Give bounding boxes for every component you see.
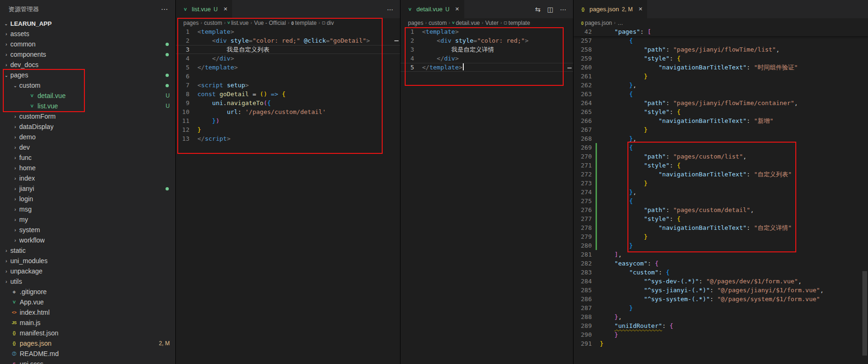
code-line[interactable]: 281 ], [574, 250, 868, 259]
tree-folder-system[interactable]: ›system [0, 225, 175, 235]
code-line[interactable]: 2 <div style="color: red;"> [400, 36, 573, 45]
tree-folder-index[interactable]: ›index [0, 173, 175, 183]
tree-file-index-html[interactable]: <>index.html [0, 307, 175, 318]
tree-folder-jianyi[interactable]: ›jianyi [0, 183, 175, 194]
split-actions-icon[interactable]: ◫ [547, 6, 553, 13]
code-line[interactable]: 286 "^sys-system-(.*)": "@/pages/system/… [574, 295, 868, 303]
code-line[interactable]: 2 <div style="color: red;" @click="goDet… [176, 36, 400, 45]
tree-folder-unpackage[interactable]: ›unpackage [0, 266, 175, 276]
tree-folder-my[interactable]: ›my [0, 214, 175, 225]
breadcrumb-item-vuter[interactable]: Vuter [485, 20, 498, 26]
code-line[interactable]: 278 "navigationBarTitleText": "自定义详情" [574, 223, 868, 232]
code-line[interactable]: 271 "style": { [574, 161, 868, 170]
code-editor-detail[interactable]: 1<template>2 <div style="color: red;">3 … [400, 27, 573, 364]
code-line[interactable]: 269 { [574, 143, 868, 152]
code-line[interactable]: 287 } [574, 303, 868, 312]
code-line[interactable]: 265 "style": { [574, 107, 868, 116]
breadcrumb-item-pages-json[interactable]: {}pages.json [581, 20, 612, 26]
code-line[interactable]: 284 "^sys-dev-(.*)": "@/pages/dev/$1/for… [574, 277, 868, 286]
code-line[interactable]: 1<template> [400, 27, 573, 36]
code-line[interactable]: 264 "path": "pages/jianyi/flowTime/conta… [574, 99, 868, 107]
code-line[interactable]: 257 { [574, 36, 868, 45]
code-line[interactable]: 42 "pages": [ [574, 27, 868, 36]
tree-folder-components[interactable]: ›components [0, 49, 175, 60]
code-line[interactable]: 263 { [574, 90, 868, 99]
close-icon[interactable]: ✕ [638, 6, 642, 12]
code-line[interactable]: 272 "navigationBarTitleText": "自定义列表" [574, 170, 868, 179]
code-line[interactable]: 290 } [574, 330, 868, 339]
code-line[interactable]: 280 } [574, 241, 868, 250]
code-line[interactable]: 10 url: '/pages/custom/detail' [176, 107, 400, 116]
code-line[interactable]: 275 { [574, 197, 868, 205]
close-icon[interactable]: ✕ [455, 6, 459, 12]
code-line[interactable]: 5</template> [176, 63, 400, 72]
code-line[interactable]: 258 "path": "pages/jianyi/flowTime/list"… [574, 45, 868, 54]
tree-file-pages-json[interactable]: {}pages.json2, M [0, 338, 175, 349]
code-line[interactable]: 276 "path": "pages/custom/detail", [574, 205, 868, 214]
breadcrumb-item-div[interactable]: ▢div [322, 20, 334, 26]
tree-file-gitignore[interactable]: ◆.gitignore [0, 287, 175, 297]
tree-folder-common[interactable]: ›common [0, 39, 175, 49]
code-line[interactable]: 9 uni.navigateTo({ [176, 99, 400, 107]
tab-detail-vue[interactable]: Vdetail.vueU✕ [400, 0, 465, 18]
breadcrumb-item-custom[interactable]: custom [429, 20, 447, 26]
tree-folder-login[interactable]: ›login [0, 194, 175, 204]
code-line[interactable]: 270 "path": "pages/custom/list", [574, 152, 868, 161]
breadcrumb-item-vue-official[interactable]: Vue - Official [254, 20, 286, 26]
code-line[interactable]: 12} [176, 125, 400, 134]
project-root-item[interactable]: ⌄ LEARUN_APP [0, 18, 175, 29]
code-line[interactable]: 279 } [574, 232, 868, 241]
code-line[interactable]: 283 "custom": { [574, 268, 868, 277]
tree-folder-msg[interactable]: ›msg [0, 204, 175, 214]
tree-file-uni-scss[interactable]: Suni.scss [0, 359, 175, 364]
code-line[interactable]: 13</script> [176, 134, 400, 143]
code-line[interactable]: 11 }) [176, 116, 400, 125]
breadcrumb-item-list-vue[interactable]: Vlist.vue [227, 20, 249, 26]
tree-folder-pages[interactable]: ⌄pages [0, 70, 175, 80]
code-line[interactable]: 266 "navigationBarTitleText": "新增" [574, 116, 868, 125]
tree-folder-assets[interactable]: ›assets [0, 29, 175, 39]
tree-file-app-vue[interactable]: VApp.vue [0, 297, 175, 307]
breadcrumb-item-[interactable]: … [618, 20, 623, 26]
tree-folder-datadisplay[interactable]: ›dataDisplay [0, 121, 175, 132]
code-line[interactable]: 7<script setup> [176, 81, 400, 90]
code-line[interactable]: 282 "easycom": { [574, 259, 868, 268]
tree-folder-dev[interactable]: ›dev [0, 142, 175, 152]
tree-folder-uni-modules[interactable]: ›uni_modules [0, 256, 175, 266]
code-line[interactable]: 5</template> [400, 63, 573, 72]
tree-folder-func[interactable]: ›func [0, 152, 175, 163]
scrollbar[interactable] [566, 27, 573, 364]
code-line[interactable]: 274 }, [574, 188, 868, 197]
tree-folder-workflow[interactable]: ›workflow [0, 235, 175, 245]
code-line[interactable]: 8const goDetail = () => { [176, 90, 400, 99]
tree-folder-demo[interactable]: ›demo [0, 132, 175, 142]
close-icon[interactable]: ✕ [223, 6, 227, 12]
tree-folder-utils[interactable]: ›utils [0, 276, 175, 287]
tree-folder-dev-docs[interactable]: ›dev_docs [0, 60, 175, 70]
more-actions-icon[interactable]: ⋯ [387, 6, 393, 13]
more-actions-icon[interactable]: ⋯ [161, 5, 168, 14]
code-line[interactable]: 262 }, [574, 81, 868, 90]
code-line[interactable]: 3 我是自定义列表 [176, 45, 400, 54]
breadcrumb-item-template[interactable]: {}template [291, 20, 317, 26]
code-line[interactable]: 259 "style": { [574, 54, 868, 63]
tree-folder-home[interactable]: ›home [0, 163, 175, 173]
code-editor-list[interactable]: 1<template>2 <div style="color: red;" @c… [176, 27, 400, 364]
code-line[interactable]: 273 } [574, 179, 868, 188]
tree-file-readme-md[interactable]: ⓘREADME.md [0, 349, 175, 359]
code-line[interactable]: 4 </div> [400, 54, 573, 63]
breadcrumb-item-pages[interactable]: pages [183, 20, 199, 26]
tree-file-main-js[interactable]: JSmain.js [0, 318, 175, 328]
code-line[interactable]: 277 "style": { [574, 214, 868, 223]
code-line[interactable]: 1<template> [176, 27, 400, 36]
code-line[interactable]: 3 我是自定义详情 [400, 45, 573, 54]
code-line[interactable]: 6 [176, 72, 400, 81]
code-line[interactable]: 260 "navigationBarTitleText": "时间组件验证" [574, 63, 868, 72]
tree-folder-static[interactable]: ›static [0, 245, 175, 256]
tab-list-vue[interactable]: Vlist.vueU✕ [176, 0, 233, 18]
tree-folder-customform[interactable]: ›customForm [0, 111, 175, 121]
breadcrumb-item-detail-vue[interactable]: Vdetail.vue [452, 20, 480, 26]
tree-folder-custom[interactable]: ⌄custom [0, 80, 175, 91]
code-line[interactable]: 268 }, [574, 134, 868, 143]
code-line[interactable]: 261 } [574, 72, 868, 81]
